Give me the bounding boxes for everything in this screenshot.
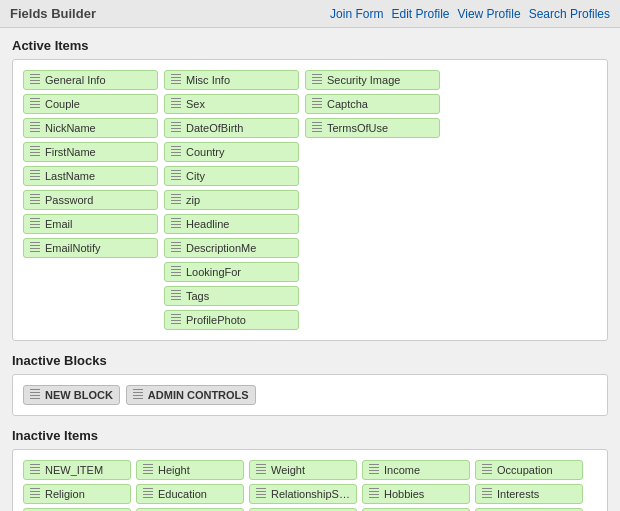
drag-handle-icon	[30, 218, 40, 230]
drag-handle-icon	[171, 218, 181, 230]
item-chip-label: Email	[45, 218, 73, 230]
active-item-chip[interactable]: EmailNotify	[23, 238, 158, 258]
inactive-blocks-title: Inactive Blocks	[12, 353, 608, 368]
active-item-chip[interactable]: Sex	[164, 94, 299, 114]
item-chip-label: zip	[186, 194, 200, 206]
active-item-chip[interactable]: City	[164, 166, 299, 186]
inactive-item-chip[interactable]: Hobbies	[362, 484, 470, 504]
active-items-panel: General InfoMisc InfoSecurity ImageCoupl…	[12, 59, 608, 341]
drag-handle-icon	[30, 389, 40, 401]
active-item-chip[interactable]: zip	[164, 190, 299, 210]
item-chip-label: General Info	[45, 74, 106, 86]
active-item-chip[interactable]: Password	[23, 190, 158, 210]
active-items-grid: General InfoMisc InfoSecurity ImageCoupl…	[23, 70, 597, 330]
active-item-chip[interactable]: General Info	[23, 70, 158, 90]
active-item-chip[interactable]: LastName	[23, 166, 158, 186]
active-items-section: Active Items General InfoMisc InfoSecuri…	[12, 38, 608, 341]
item-chip-label: Misc Info	[186, 74, 230, 86]
item-chip-label: EmailNotify	[45, 242, 101, 254]
header: Fields Builder Join FormEdit ProfileView…	[0, 0, 620, 28]
active-item-chip[interactable]: Security Image	[305, 70, 440, 90]
item-chip-label: DescriptionMe	[186, 242, 256, 254]
drag-handle-icon	[482, 464, 492, 476]
drag-handle-icon	[369, 488, 379, 500]
active-item-chip[interactable]: DateOfBirth	[164, 118, 299, 138]
inactive-item-chip[interactable]: Education	[136, 484, 244, 504]
drag-handle-icon	[171, 242, 181, 254]
active-item-chip[interactable]: Country	[164, 142, 299, 162]
item-chip-label: Education	[158, 488, 207, 500]
drag-handle-icon	[256, 488, 266, 500]
item-chip-label: Captcha	[327, 98, 368, 110]
active-item-chip[interactable]: Couple	[23, 94, 158, 114]
inactive-item-chip[interactable]: Occupation	[475, 460, 583, 480]
drag-handle-icon	[482, 488, 492, 500]
item-chip-label: Income	[384, 464, 420, 476]
active-item-chip[interactable]: ProfilePhoto	[164, 310, 299, 330]
inactive-item-chip[interactable]: RelationshipStatus	[249, 484, 357, 504]
header-link-edit-profile[interactable]: Edit Profile	[391, 7, 449, 21]
item-chip-label: Height	[158, 464, 190, 476]
item-chip-label: ProfilePhoto	[186, 314, 246, 326]
item-chip-label: NEW_ITEM	[45, 464, 103, 476]
inactive-item-chip[interactable]: Religion	[23, 484, 131, 504]
inactive-items-grid: NEW_ITEMHeightWeightIncomeOccupationReli…	[23, 460, 597, 511]
drag-handle-icon	[30, 98, 40, 110]
drag-handle-icon	[171, 98, 181, 110]
active-item-chip[interactable]: FirstName	[23, 142, 158, 162]
block-chip-label: NEW BLOCK	[45, 389, 113, 401]
drag-handle-icon	[369, 464, 379, 476]
item-chip-label: LookingFor	[186, 266, 241, 278]
header-link-view-profile[interactable]: View Profile	[457, 7, 520, 21]
active-item-chip[interactable]: DescriptionMe	[164, 238, 299, 258]
active-item-chip[interactable]: LookingFor	[164, 262, 299, 282]
active-item-chip[interactable]: Misc Info	[164, 70, 299, 90]
page-title: Fields Builder	[10, 6, 96, 21]
block-chip[interactable]: Admin Controls	[126, 385, 256, 405]
drag-handle-icon	[133, 389, 143, 401]
item-chip-label: Interests	[497, 488, 539, 500]
active-item-chip[interactable]: Headline	[164, 214, 299, 234]
item-chip-label: Country	[186, 146, 225, 158]
drag-handle-icon	[171, 266, 181, 278]
header-link-join-form[interactable]: Join Form	[330, 7, 383, 21]
active-item-chip[interactable]: Captcha	[305, 94, 440, 114]
active-item-chip[interactable]: Email	[23, 214, 158, 234]
inactive-item-chip[interactable]: Weight	[249, 460, 357, 480]
item-chip-label: Occupation	[497, 464, 553, 476]
drag-handle-icon	[171, 170, 181, 182]
item-chip-label: FirstName	[45, 146, 96, 158]
drag-handle-icon	[171, 146, 181, 158]
item-chip-label: City	[186, 170, 205, 182]
inactive-items-panel: NEW_ITEMHeightWeightIncomeOccupationReli…	[12, 449, 608, 511]
drag-handle-icon	[30, 464, 40, 476]
drag-handle-icon	[312, 74, 322, 86]
header-link-search-profiles[interactable]: Search Profiles	[529, 7, 610, 21]
item-chip-label: Tags	[186, 290, 209, 302]
item-chip-label: NickName	[45, 122, 96, 134]
inactive-item-chip[interactable]: Height	[136, 460, 244, 480]
item-chip-label: Password	[45, 194, 93, 206]
active-item-chip[interactable]: NickName	[23, 118, 158, 138]
item-chip-label: Sex	[186, 98, 205, 110]
inactive-item-chip[interactable]: Income	[362, 460, 470, 480]
drag-handle-icon	[171, 194, 181, 206]
inactive-items-section: Inactive Items NEW_ITEMHeightWeightIncom…	[12, 428, 608, 511]
header-links: Join FormEdit ProfileView ProfileSearch …	[330, 7, 610, 21]
drag-handle-icon	[171, 314, 181, 326]
inactive-items-title: Inactive Items	[12, 428, 608, 443]
drag-handle-icon	[143, 464, 153, 476]
active-items-title: Active Items	[12, 38, 608, 53]
block-chip[interactable]: NEW BLOCK	[23, 385, 120, 405]
drag-handle-icon	[30, 488, 40, 500]
drag-handle-icon	[312, 98, 322, 110]
inactive-item-chip[interactable]: Interests	[475, 484, 583, 504]
inactive-item-chip[interactable]: NEW_ITEM	[23, 460, 131, 480]
item-chip-label: TermsOfUse	[327, 122, 388, 134]
active-item-chip[interactable]: TermsOfUse	[305, 118, 440, 138]
item-chip-label: RelationshipStatus	[271, 488, 350, 500]
drag-handle-icon	[256, 464, 266, 476]
inactive-blocks-section: Inactive Blocks NEW BLOCKAdmin Controls	[12, 353, 608, 416]
item-chip-label: Hobbies	[384, 488, 424, 500]
active-item-chip[interactable]: Tags	[164, 286, 299, 306]
